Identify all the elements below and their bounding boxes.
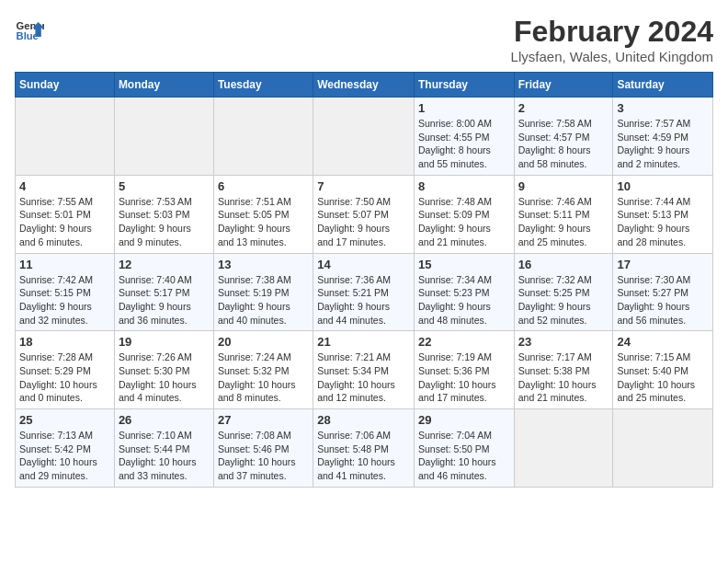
day-cell: 24Sunrise: 7:15 AM Sunset: 5:40 PM Dayli… bbox=[613, 331, 713, 409]
day-cell: 21Sunrise: 7:21 AM Sunset: 5:34 PM Dayli… bbox=[313, 331, 415, 409]
day-cell: 20Sunrise: 7:24 AM Sunset: 5:32 PM Dayli… bbox=[213, 331, 313, 409]
day-cell: 14Sunrise: 7:36 AM Sunset: 5:21 PM Dayli… bbox=[313, 253, 415, 331]
day-cell: 15Sunrise: 7:34 AM Sunset: 5:23 PM Dayli… bbox=[414, 253, 514, 331]
day-info: Sunrise: 7:15 AM Sunset: 5:40 PM Dayligh… bbox=[617, 350, 709, 405]
day-cell: 28Sunrise: 7:06 AM Sunset: 5:48 PM Dayli… bbox=[313, 409, 415, 488]
week-row-1: 1Sunrise: 8:00 AM Sunset: 4:55 PM Daylig… bbox=[16, 98, 713, 176]
day-number: 27 bbox=[218, 413, 309, 427]
day-number: 3 bbox=[617, 101, 709, 115]
day-cell: 19Sunrise: 7:26 AM Sunset: 5:30 PM Dayli… bbox=[114, 331, 213, 409]
day-number: 13 bbox=[218, 258, 309, 271]
day-info: Sunrise: 7:58 AM Sunset: 4:57 PM Dayligh… bbox=[518, 117, 609, 171]
day-number: 29 bbox=[418, 413, 510, 427]
day-info: Sunrise: 7:51 AM Sunset: 5:05 PM Dayligh… bbox=[218, 195, 309, 249]
day-number: 19 bbox=[119, 335, 210, 349]
title-area: February 2024 Llysfaen, Wales, United Ki… bbox=[511, 15, 713, 64]
svg-text:Blue: Blue bbox=[17, 30, 39, 41]
header: General Blue February 2024 Llysfaen, Wal… bbox=[15, 15, 713, 64]
day-number: 17 bbox=[617, 258, 709, 271]
day-cell bbox=[313, 98, 415, 176]
day-number: 16 bbox=[518, 258, 609, 271]
col-header-wednesday: Wednesday bbox=[313, 73, 415, 98]
day-info: Sunrise: 7:40 AM Sunset: 5:17 PM Dayligh… bbox=[119, 273, 210, 327]
day-number: 9 bbox=[518, 179, 609, 193]
day-number: 4 bbox=[19, 179, 110, 193]
day-cell: 18Sunrise: 7:28 AM Sunset: 5:29 PM Dayli… bbox=[16, 331, 115, 409]
day-number: 12 bbox=[119, 258, 210, 271]
day-number: 20 bbox=[218, 335, 309, 349]
day-info: Sunrise: 7:44 AM Sunset: 5:13 PM Dayligh… bbox=[617, 195, 709, 249]
logo: General Blue bbox=[15, 15, 44, 44]
day-number: 7 bbox=[317, 179, 410, 193]
day-cell bbox=[613, 409, 713, 488]
day-cell: 9Sunrise: 7:46 AM Sunset: 5:11 PM Daylig… bbox=[514, 175, 613, 253]
day-number: 2 bbox=[518, 101, 609, 115]
week-row-3: 11Sunrise: 7:42 AM Sunset: 5:15 PM Dayli… bbox=[16, 253, 713, 331]
col-header-thursday: Thursday bbox=[414, 73, 514, 98]
day-cell: 7Sunrise: 7:50 AM Sunset: 5:07 PM Daylig… bbox=[313, 175, 415, 253]
day-info: Sunrise: 7:26 AM Sunset: 5:30 PM Dayligh… bbox=[119, 350, 210, 405]
day-info: Sunrise: 7:34 AM Sunset: 5:23 PM Dayligh… bbox=[418, 273, 510, 327]
day-info: Sunrise: 7:19 AM Sunset: 5:36 PM Dayligh… bbox=[418, 350, 510, 405]
day-info: Sunrise: 8:00 AM Sunset: 4:55 PM Dayligh… bbox=[418, 117, 510, 171]
day-number: 5 bbox=[119, 179, 210, 193]
day-cell: 3Sunrise: 7:57 AM Sunset: 4:59 PM Daylig… bbox=[613, 98, 713, 176]
day-number: 18 bbox=[19, 335, 110, 349]
day-info: Sunrise: 7:50 AM Sunset: 5:07 PM Dayligh… bbox=[317, 195, 410, 249]
logo-icon: General Blue bbox=[15, 15, 44, 44]
day-info: Sunrise: 7:32 AM Sunset: 5:25 PM Dayligh… bbox=[518, 273, 609, 327]
day-number: 8 bbox=[418, 179, 510, 193]
day-cell: 5Sunrise: 7:53 AM Sunset: 5:03 PM Daylig… bbox=[114, 175, 213, 253]
day-number: 11 bbox=[19, 258, 110, 271]
col-header-monday: Monday bbox=[114, 73, 213, 98]
day-cell bbox=[114, 98, 213, 176]
day-number: 24 bbox=[617, 335, 709, 349]
day-info: Sunrise: 7:28 AM Sunset: 5:29 PM Dayligh… bbox=[19, 350, 110, 405]
day-info: Sunrise: 7:30 AM Sunset: 5:27 PM Dayligh… bbox=[617, 273, 709, 327]
col-header-tuesday: Tuesday bbox=[213, 73, 313, 98]
week-row-4: 18Sunrise: 7:28 AM Sunset: 5:29 PM Dayli… bbox=[16, 331, 713, 409]
day-number: 15 bbox=[418, 258, 510, 271]
day-info: Sunrise: 7:17 AM Sunset: 5:38 PM Dayligh… bbox=[518, 350, 609, 405]
day-number: 1 bbox=[418, 101, 510, 115]
calendar-header-row: SundayMondayTuesdayWednesdayThursdayFrid… bbox=[16, 73, 713, 98]
month-year: February 2024 bbox=[511, 15, 713, 49]
day-cell: 29Sunrise: 7:04 AM Sunset: 5:50 PM Dayli… bbox=[414, 409, 514, 488]
location: Llysfaen, Wales, United Kingdom bbox=[511, 49, 713, 64]
col-header-sunday: Sunday bbox=[16, 73, 115, 98]
day-info: Sunrise: 7:04 AM Sunset: 5:50 PM Dayligh… bbox=[418, 429, 510, 483]
day-info: Sunrise: 7:42 AM Sunset: 5:15 PM Dayligh… bbox=[19, 273, 110, 327]
day-info: Sunrise: 7:46 AM Sunset: 5:11 PM Dayligh… bbox=[518, 195, 609, 249]
day-cell bbox=[514, 409, 613, 488]
day-info: Sunrise: 7:38 AM Sunset: 5:19 PM Dayligh… bbox=[218, 273, 309, 327]
day-info: Sunrise: 7:57 AM Sunset: 4:59 PM Dayligh… bbox=[617, 117, 709, 171]
calendar-body: 1Sunrise: 8:00 AM Sunset: 4:55 PM Daylig… bbox=[16, 98, 713, 488]
day-info: Sunrise: 7:48 AM Sunset: 5:09 PM Dayligh… bbox=[418, 195, 510, 249]
col-header-friday: Friday bbox=[514, 73, 613, 98]
day-info: Sunrise: 7:08 AM Sunset: 5:46 PM Dayligh… bbox=[218, 429, 309, 483]
week-row-2: 4Sunrise: 7:55 AM Sunset: 5:01 PM Daylig… bbox=[16, 175, 713, 253]
calendar-table: SundayMondayTuesdayWednesdayThursdayFrid… bbox=[15, 72, 713, 488]
week-row-5: 25Sunrise: 7:13 AM Sunset: 5:42 PM Dayli… bbox=[16, 409, 713, 488]
day-cell: 12Sunrise: 7:40 AM Sunset: 5:17 PM Dayli… bbox=[114, 253, 213, 331]
day-info: Sunrise: 7:13 AM Sunset: 5:42 PM Dayligh… bbox=[19, 429, 110, 483]
day-info: Sunrise: 7:24 AM Sunset: 5:32 PM Dayligh… bbox=[218, 350, 309, 405]
day-cell: 1Sunrise: 8:00 AM Sunset: 4:55 PM Daylig… bbox=[414, 98, 514, 176]
day-cell bbox=[16, 98, 115, 176]
day-number: 21 bbox=[317, 335, 410, 349]
day-number: 10 bbox=[617, 179, 709, 193]
day-cell: 17Sunrise: 7:30 AM Sunset: 5:27 PM Dayli… bbox=[613, 253, 713, 331]
day-cell: 16Sunrise: 7:32 AM Sunset: 5:25 PM Dayli… bbox=[514, 253, 613, 331]
day-cell: 22Sunrise: 7:19 AM Sunset: 5:36 PM Dayli… bbox=[414, 331, 514, 409]
day-cell bbox=[213, 98, 313, 176]
day-info: Sunrise: 7:53 AM Sunset: 5:03 PM Dayligh… bbox=[119, 195, 210, 249]
day-info: Sunrise: 7:55 AM Sunset: 5:01 PM Dayligh… bbox=[19, 195, 110, 249]
day-cell: 26Sunrise: 7:10 AM Sunset: 5:44 PM Dayli… bbox=[114, 409, 213, 488]
day-number: 26 bbox=[119, 413, 210, 427]
day-number: 23 bbox=[518, 335, 609, 349]
day-number: 28 bbox=[317, 413, 410, 427]
day-number: 25 bbox=[19, 413, 110, 427]
day-cell: 8Sunrise: 7:48 AM Sunset: 5:09 PM Daylig… bbox=[414, 175, 514, 253]
day-info: Sunrise: 7:21 AM Sunset: 5:34 PM Dayligh… bbox=[317, 350, 410, 405]
day-info: Sunrise: 7:06 AM Sunset: 5:48 PM Dayligh… bbox=[317, 429, 410, 483]
